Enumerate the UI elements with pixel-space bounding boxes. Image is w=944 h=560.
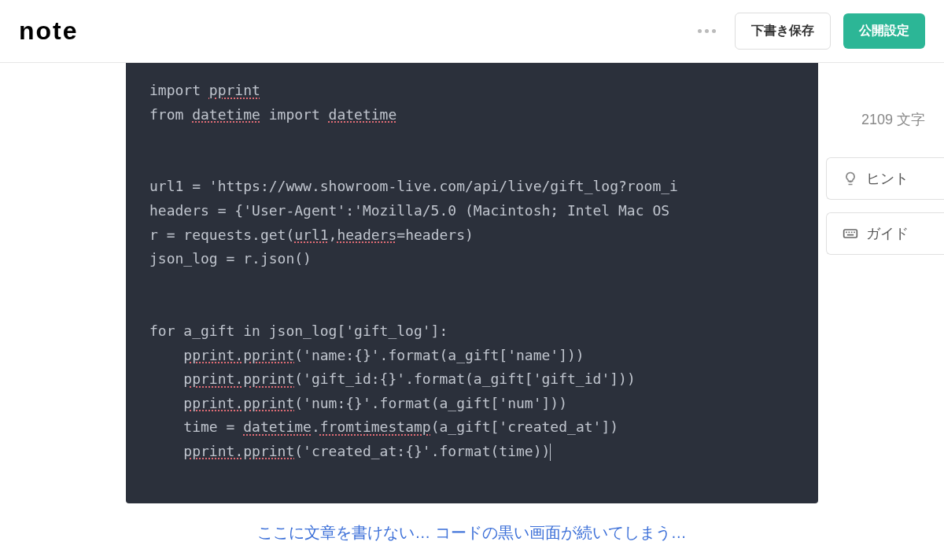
caption-text[interactable]: ここに文章を書けない… コードの黒い画面が続いてしまう…: [126, 503, 818, 561]
code-block[interactable]: import pprint from datetime import datet…: [126, 63, 818, 503]
header: note 下書き保存 公開設定: [0, 0, 944, 63]
dot-icon: [712, 29, 716, 33]
more-menu-button[interactable]: [691, 23, 722, 39]
save-draft-button[interactable]: 下書き保存: [735, 13, 831, 50]
header-actions: 下書き保存 公開設定: [691, 13, 925, 50]
dot-icon: [698, 29, 702, 33]
editor-content: import pprint from datetime import datet…: [0, 63, 944, 560]
logo[interactable]: note: [19, 17, 79, 46]
dot-icon: [705, 29, 709, 33]
code-line: import pprint from datetime import datet…: [149, 82, 678, 459]
publish-settings-button[interactable]: 公開設定: [843, 13, 925, 49]
